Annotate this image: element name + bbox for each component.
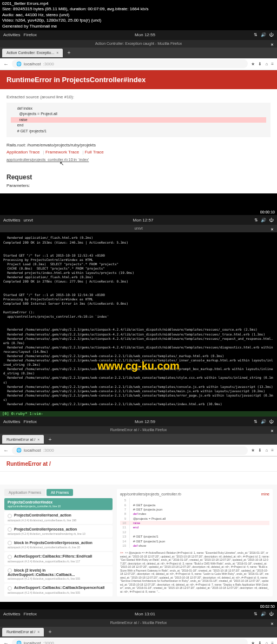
file-name: 0201_Better Errors.mp4 [2,1,275,6]
stack-frame[interactable]: ActiveSupport::Callbacks::Filters::End#c… [4,552,113,565]
power-icon[interactable]: ⏻ [268,419,274,424]
clock: Mon 12:55 [135,32,155,37]
file-metadata: 0201_Better Errors.mp4 Size: 89245315 by… [0,0,277,30]
download-icon[interactable]: ⬇ [258,641,262,644]
file-video: Video: h264, yuv420p, 1280x720, 25.00 fp… [2,18,275,23]
address-input[interactable]: 🌐 localhost:3000 [12,59,248,68]
home-icon[interactable]: ⌂ [265,62,268,66]
app-name: Firefox [24,612,37,616]
tab-label: Action Controller: Exceptio... [6,51,54,55]
error-body: Extracted source (around line #10): def … [0,89,277,194]
menu-icon[interactable]: ≡ [271,62,274,66]
back-icon[interactable]: ← [3,640,9,644]
url-host: localhost [24,641,41,644]
rails-root: Rails.root: /home/envato/projects/ruby/p… [6,143,271,147]
all-frames-tab[interactable]: All Frames [47,489,73,496]
network-icon[interactable]: ⇅ [253,32,259,38]
stack-frame[interactable]: ProjectsController#process_actionactionp… [4,525,113,538]
app-frames-tab[interactable]: Application Frames [4,489,45,496]
reader-icon[interactable]: ★ [251,62,255,66]
globe-icon: 🌐 [16,641,22,644]
full-trace-link[interactable]: Full Trace [85,150,104,155]
reader-icon[interactable]: ★ [251,641,255,644]
download-icon[interactable]: ⬇ [258,448,262,453]
activities[interactable]: Activities [3,612,21,616]
activities[interactable]: Activities [3,419,21,424]
back-icon[interactable]: ← [3,447,9,453]
app-name: Firefox [24,32,37,37]
download-icon[interactable]: ⬇ [258,62,262,66]
clock: Mon 13:01 [135,612,155,616]
volume-icon[interactable]: 🔊 [261,217,266,223]
new-tab-button[interactable]: + [46,629,54,635]
network-icon[interactable]: ⇅ [253,217,259,223]
stack-frame[interactable]: ProjectsController#send_actionactionpack… [4,511,113,524]
tab-close-icon[interactable]: × [56,51,58,55]
app-trace-link[interactable]: Application Trace [6,150,39,155]
tab-close-icon[interactable]: × [37,438,39,441]
frame-gap-1: 00:00:10 [0,193,277,215]
tab-label: RuntimeError at / [6,630,35,634]
power-icon[interactable]: ⏻ [268,612,274,617]
frame-gap-3: 00:02:50 [0,602,277,609]
tab-label: RuntimeError at / [6,438,35,441]
trace-links: Application Trace | Framework Trace | Fu… [6,150,271,155]
file-audio: Audio: aac, 44100 Hz, stereo (und) [2,12,275,18]
error-title: RuntimeError in ProjectsController#index [0,70,277,89]
url-port: :3000 [43,641,54,644]
stack-frame[interactable]: block in ProjectsController#process_acti… [4,539,113,551]
tab-strip-3: RuntimeError at / × + [0,434,277,445]
browser-tab[interactable]: RuntimeError at / × [2,435,44,444]
url-port: :3000 [43,448,54,453]
home-icon[interactable]: ⌂ [265,448,268,453]
menu-icon[interactable]: ≡ [271,641,274,644]
volume-icon[interactable]: 🔊 [261,612,266,617]
fw-trace-link[interactable]: Framework Trace [45,150,79,155]
params-label: Parameters: [6,183,271,188]
file-path: app/controllers/projects_controller.rb [120,492,181,496]
tmux-status: [0] 0:ruby* 1:vim- [0,411,277,417]
volume-icon[interactable]: 🔊 [261,419,266,424]
close-icon[interactable]: ✕ [269,41,275,46]
url-port: :3000 [43,62,54,66]
back-icon[interactable]: ← [3,61,9,67]
file-generator: Generated by Thumbnail me [2,24,275,29]
gnome-topbar-3: ActivitiesFirefox Mon 12:59 ⇅ 🔊 ⏻ [0,417,277,426]
window-title-2: urxvt ✕ [0,225,277,232]
activities[interactable]: Activities [3,32,21,37]
reader-icon[interactable]: ★ [251,448,255,453]
editor-link[interactable]: mine [261,492,269,496]
power-icon[interactable]: ⏻ [268,32,274,38]
frames-panel: Application Frames All Frames ProjectsCo… [4,489,113,598]
new-tab-button[interactable]: + [46,437,54,442]
stack-frame[interactable]: ProjectsController#indexapp/controllers/… [4,498,113,510]
volume-icon[interactable]: 🔊 [261,32,266,38]
repl-output[interactable]: >> >> @projects => #<ActiveRecord::Relat… [120,551,269,593]
network-icon[interactable]: ⇅ [253,419,259,424]
tab-strip-1: Action Controller: Exceptio... × + [0,48,277,58]
network-icon[interactable]: ⇅ [253,612,259,617]
address-input[interactable]: 🌐 localhost:3000 [12,639,248,644]
better-errors-page-1: RuntimeError at / Application Frames All… [0,457,277,602]
stack-frame[interactable]: block (2 levels) in ActiveSupport::Callb… [4,566,113,582]
close-icon[interactable]: ✕ [269,620,275,626]
clock: Mon 12:59 [135,419,155,424]
activities[interactable]: Activities [3,218,21,223]
tab-strip-4: RuntimeError at / × + [0,627,277,638]
address-input[interactable]: 🌐 localhost:3000 [12,446,248,455]
stack-frame[interactable]: ActiveSupport::Callbacks::CallbackSequen… [4,583,113,596]
power-icon[interactable]: ⏻ [268,217,274,223]
trace-entry[interactable]: app/controllers/projects_controller.rb:1… [6,158,271,162]
close-icon[interactable]: ✕ [269,226,275,231]
new-tab-button[interactable]: + [65,50,72,56]
home-icon[interactable]: ⌂ [265,641,268,644]
browser-tab[interactable]: Action Controller: Exceptio... × [2,49,63,57]
url-bar-4: ← 🌐 localhost:3000 ★ ⬇ ⌂ ≡ [0,638,277,644]
gnome-topbar-2: Activitiesurxvt Mon 12:57 ⇅ 🔊 ⏻ [0,215,277,225]
tab-close-icon[interactable]: × [37,630,39,634]
menu-icon[interactable]: ≡ [271,448,274,453]
browser-tab[interactable]: RuntimeError at / × [2,628,44,636]
globe-icon: 🌐 [16,448,22,453]
app-name: urxvt [24,218,33,223]
close-icon[interactable]: ✕ [269,427,275,433]
